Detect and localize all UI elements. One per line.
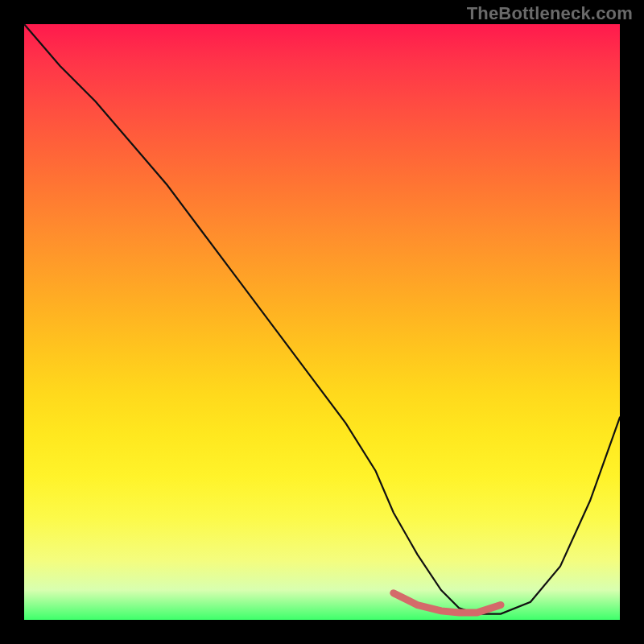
- chart-plot-area: [24, 24, 620, 620]
- chart-svg: [24, 24, 620, 620]
- bottleneck-curve: [24, 24, 620, 614]
- watermark-text: TheBottleneck.com: [467, 3, 633, 24]
